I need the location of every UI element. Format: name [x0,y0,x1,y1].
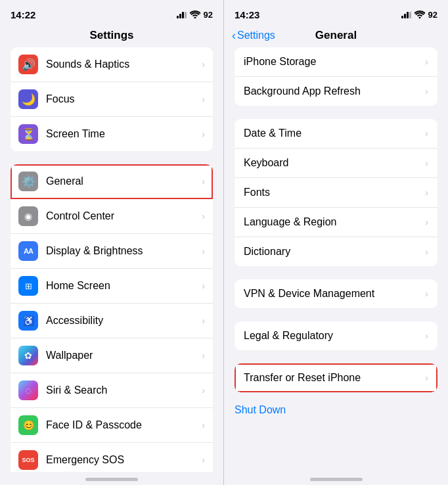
transfer-label: Transfer or Reset iPhone [244,372,425,384]
sounds-icon: 🔊 [18,55,38,74]
left-panel: 14:22 92 Settings 🔊 Sounds & Haptics › [0,0,224,485]
fonts-label: Fonts [244,187,425,198]
chevron-icon: › [202,455,205,465]
chevron-icon: › [425,289,428,299]
focus-label: Focus [46,93,199,105]
right-group-2: Date & Time › Keyboard › Fonts › Languag… [235,119,437,266]
wallpaper-label: Wallpaper [46,350,199,361]
settings-group-1: 🔊 Sounds & Haptics › 🌙 Focus › ⏳ Screen … [11,47,213,151]
siri-icon: ◌ [18,381,38,400]
sidebar-item-accessibility[interactable]: ♿ Accessibility › [11,304,213,338]
right-group-5: Transfer or Reset iPhone › [235,363,437,392]
status-icons-left: 92 [177,10,213,20]
sidebar-item-controlcenter[interactable]: ◉ Control Center › [11,199,213,234]
back-button[interactable]: ‹ Settings [232,30,275,41]
left-settings-scroll[interactable]: 🔊 Sounds & Haptics › 🌙 Focus › ⏳ Screen … [0,47,223,472]
wifi-icon-right [414,11,425,18]
sidebar-item-sos[interactable]: SOS Emergency SOS › [11,443,213,472]
sidebar-item-general[interactable]: ⚙️ General › [11,164,213,199]
signal-icon [177,11,187,18]
language-label: Language & Region [244,216,425,228]
signal-icon-right [401,11,411,18]
right-item-datetime[interactable]: Date & Time › [235,119,437,149]
wifi-icon [190,11,200,18]
sidebar-item-display[interactable]: AA Display & Brightness › [11,234,213,269]
sidebar-item-wallpaper[interactable]: ✿ Wallpaper › [11,338,213,373]
right-item-fonts[interactable]: Fonts › [235,178,437,208]
time-left: 14:22 [11,9,35,20]
controlcenter-label: Control Center [46,210,199,222]
general-icon: ⚙️ [18,172,38,191]
accessibility-label: Accessibility [46,315,199,327]
dictionary-label: Dictionary [244,246,425,258]
settings-group-2: ⚙️ General › ◉ Control Center › AA Displ… [11,164,213,472]
chevron-icon: › [425,187,428,198]
chevron-icon: › [202,281,205,291]
right-group-1: iPhone Storage › Background App Refresh … [235,47,437,106]
home-indicator-right [224,472,448,485]
shutdown-link[interactable]: Shut Down [224,398,448,423]
chevron-icon: › [425,57,428,67]
focus-icon: 🌙 [18,89,38,109]
chevron-icon: › [202,94,205,104]
backgroundApp-label: Background App Refresh [244,85,425,97]
sidebar-item-homescreen[interactable]: ⊞ Home Screen › [11,269,213,304]
screentime-label: Screen Time [46,128,199,140]
sos-icon: SOS [18,450,38,470]
right-header: ‹ Settings General [224,24,448,47]
right-item-vpn[interactable]: VPN & Device Management › [235,279,437,308]
right-panel: 14:23 92 ‹ Settings General iPhone Stor [224,0,448,485]
right-item-language[interactable]: Language & Region › [235,208,437,237]
left-header: Settings [0,24,223,47]
display-icon: AA [18,241,38,261]
status-bar-left: 14:22 92 [0,0,223,24]
datetime-label: Date & Time [244,127,425,139]
right-item-backgroundApp[interactable]: Background App Refresh › [235,77,437,106]
right-item-keyboard[interactable]: Keyboard › [235,149,437,178]
screentime-icon: ⏳ [18,124,38,144]
wallpaper-icon: ✿ [18,346,38,365]
chevron-icon: › [425,128,428,139]
chevron-icon: › [202,211,205,221]
right-item-legal[interactable]: Legal & Regulatory › [235,321,437,350]
sidebar-item-screentime[interactable]: ⏳ Screen Time › [11,117,213,151]
sidebar-item-faceid[interactable]: 😊 Face ID & Passcode › [11,408,213,443]
status-icons-right: 92 [401,10,437,20]
right-page-title: General [315,29,357,42]
siri-label: Siri & Search [46,384,199,396]
sidebar-item-sounds[interactable]: 🔊 Sounds & Haptics › [11,47,213,82]
keyboard-label: Keyboard [244,157,425,169]
sos-label: Emergency SOS [46,454,199,466]
chevron-icon: › [202,129,205,139]
back-chevron-icon: ‹ [232,30,236,41]
right-group-4: Legal & Regulatory › [235,321,437,350]
chevron-icon: › [425,217,428,227]
chevron-icon: › [202,176,205,187]
battery-level-left: 92 [204,10,213,20]
sidebar-item-focus[interactable]: 🌙 Focus › [11,82,213,117]
accessibility-icon: ♿ [18,311,38,331]
back-label: Settings [237,30,275,41]
battery-level-right: 92 [428,10,437,20]
right-item-iphoneStorage[interactable]: iPhone Storage › [235,47,437,77]
time-right: 14:23 [235,9,259,20]
chevron-icon: › [202,385,205,396]
sidebar-item-siri[interactable]: ◌ Siri & Search › [11,373,213,408]
vpn-label: VPN & Device Management [244,288,425,300]
chevron-icon: › [425,86,428,97]
iphoneStorage-label: iPhone Storage [244,56,425,68]
chevron-icon: › [202,420,205,430]
controlcenter-icon: ◉ [18,206,38,226]
status-bar-right: 14:23 92 [224,0,448,24]
home-indicator-left [0,472,223,485]
general-label: General [46,175,199,187]
right-settings-scroll[interactable]: iPhone Storage › Background App Refresh … [224,47,448,472]
chevron-icon: › [202,315,205,326]
sounds-label: Sounds & Haptics [46,58,199,70]
chevron-icon: › [425,246,428,257]
homescreen-label: Home Screen [46,280,199,292]
chevron-icon: › [202,246,205,256]
right-item-transfer[interactable]: Transfer or Reset iPhone › [235,363,437,392]
chevron-icon: › [425,373,428,383]
right-item-dictionary[interactable]: Dictionary › [235,237,437,266]
